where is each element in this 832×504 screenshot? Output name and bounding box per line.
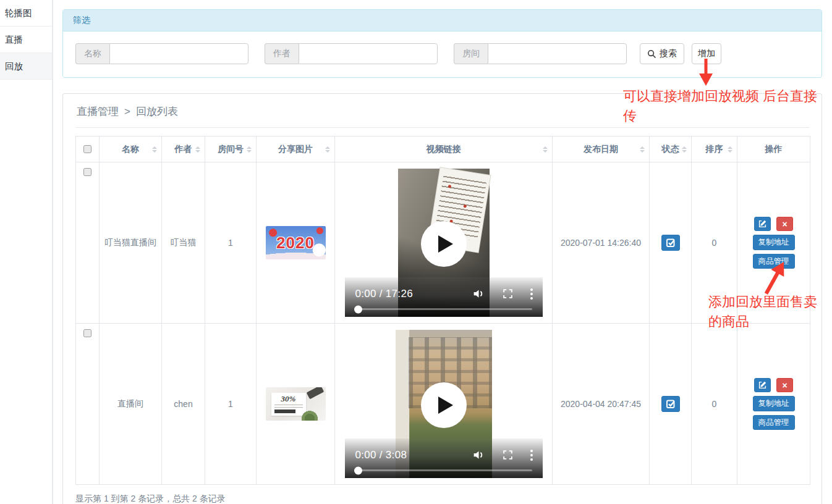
header-label: 状态 (662, 144, 679, 154)
thumb-text: 30% (274, 395, 303, 403)
status-toggle-button[interactable] (661, 235, 680, 251)
sidebar-item-label: 回放 (5, 61, 23, 72)
status-cell (650, 324, 692, 485)
header-label: 分享图片 (278, 144, 313, 154)
header-label: 视频链接 (427, 144, 461, 154)
sidebar-item-label: 直播 (5, 34, 23, 46)
header-share-image[interactable]: 分享图片 (257, 136, 335, 162)
delete-x-icon: × (782, 380, 787, 391)
header-author[interactable]: 作者 (162, 136, 205, 162)
publish-date-cell: 2020-04-04 20:47:45 (553, 324, 650, 485)
delete-button[interactable]: × (776, 217, 793, 231)
sort-icon (325, 146, 330, 153)
select-all-checkbox[interactable] (83, 145, 91, 153)
header-actions: 操作 (737, 136, 810, 162)
video-progress-bar[interactable] (355, 469, 532, 471)
author-cell: 叮当猫 (162, 162, 205, 324)
header-label: 发布日期 (584, 144, 618, 154)
table-row: 直播间 chen 1 30% (76, 324, 810, 485)
video-cell: 0:00 / 3:08 (335, 324, 553, 485)
table-row: 叮当猫直播间 叮当猫 1 2020 (76, 162, 810, 324)
room-field-label: 房间 (454, 43, 488, 64)
copy-address-button[interactable]: 复制地址 (753, 396, 795, 411)
video-cell: 0:00 / 17:26 (335, 162, 553, 324)
sidebar-item-carousel[interactable]: 轮播图 (0, 0, 52, 27)
goods-manage-button[interactable]: 商品管理 (753, 415, 795, 430)
status-toggle-button[interactable] (661, 396, 680, 412)
sort-icon (728, 146, 732, 153)
goods-manage-label: 商品管理 (758, 418, 789, 427)
name-cell: 叮当猫直播间 (100, 162, 162, 324)
video-progress-bar[interactable] (355, 308, 532, 310)
edit-icon (758, 220, 766, 228)
progress-knob[interactable] (354, 305, 362, 313)
sort-icon (682, 146, 687, 153)
checked-checkbox-icon (666, 238, 676, 248)
row-select-cell (76, 324, 100, 485)
header-label: 操作 (765, 144, 783, 154)
sort-icon (195, 146, 200, 153)
header-video-link[interactable]: 视频链接 (335, 136, 553, 162)
fullscreen-icon[interactable] (502, 288, 514, 300)
play-icon (438, 235, 453, 253)
status-cell (650, 162, 692, 324)
room-cell: 1 (205, 162, 257, 324)
video-time: 0:00 / 3:08 (355, 449, 407, 461)
room-input[interactable] (488, 43, 627, 64)
room-cell: 1 (205, 324, 257, 485)
annotation-arrow-down (698, 59, 714, 87)
search-button[interactable]: 搜索 (640, 43, 684, 64)
edit-button[interactable] (754, 217, 771, 231)
search-icon (647, 49, 656, 59)
sort-icon (247, 146, 252, 153)
sort-cell: 0 (692, 324, 737, 485)
author-field-label: 作者 (265, 43, 299, 64)
video-controls: 0:00 / 3:08 (345, 439, 543, 478)
video-controls: 0:00 / 17:26 (345, 277, 543, 317)
copy-address-label: 复制地址 (758, 399, 789, 408)
header-sort[interactable]: 排序 (692, 136, 737, 162)
video-player[interactable]: 0:00 / 17:26 (345, 169, 543, 317)
promo-text-lines (274, 405, 303, 408)
row-checkbox[interactable] (83, 168, 91, 176)
author-input-group: 作者 (265, 43, 438, 64)
search-button-label: 搜索 (660, 48, 677, 59)
header-name[interactable]: 名称 (100, 136, 162, 162)
more-options-icon[interactable] (530, 450, 533, 461)
name-cell: 直播间 (100, 324, 162, 485)
annotation-goods-note: 添加回放里面售卖的商品 (708, 292, 817, 332)
delete-button[interactable]: × (776, 378, 793, 392)
sort-icon (152, 146, 157, 153)
header-status[interactable]: 状态 (650, 136, 692, 162)
delete-x-icon: × (782, 219, 787, 230)
share-image-cell: 2020 (257, 162, 335, 324)
header-room[interactable]: 房间号 (205, 136, 257, 162)
row-checkbox[interactable] (83, 329, 91, 337)
name-input-group: 名称 (75, 43, 248, 64)
name-input[interactable] (109, 43, 248, 64)
sidebar: 轮播图 直播 回放 (0, 0, 53, 504)
video-player[interactable]: 0:00 / 3:08 (345, 330, 543, 478)
author-cell: chen (162, 324, 205, 485)
breadcrumb-separator: > (124, 106, 130, 118)
sidebar-item-playback[interactable]: 回放 (0, 53, 52, 80)
share-image-cell: 30% (257, 324, 335, 485)
sidebar-item-live[interactable]: 直播 (0, 27, 52, 53)
author-input[interactable] (299, 43, 438, 64)
checked-checkbox-icon (666, 399, 676, 409)
more-options-icon[interactable] (530, 288, 533, 300)
play-button[interactable] (421, 221, 467, 267)
volume-icon[interactable] (472, 287, 485, 300)
share-image-30off: 30% (266, 387, 326, 421)
header-publish-date[interactable]: 发布日期 (553, 136, 650, 162)
progress-knob[interactable] (354, 466, 362, 474)
sort-icon (543, 146, 548, 153)
header-label: 作者 (175, 144, 192, 154)
copy-address-button[interactable]: 复制地址 (753, 235, 795, 250)
header-label: 房间号 (218, 144, 244, 154)
play-button[interactable] (421, 382, 467, 428)
volume-icon[interactable] (472, 448, 485, 461)
fullscreen-icon[interactable] (502, 449, 514, 461)
edit-button[interactable] (754, 378, 771, 392)
name-field-label: 名称 (75, 43, 109, 64)
